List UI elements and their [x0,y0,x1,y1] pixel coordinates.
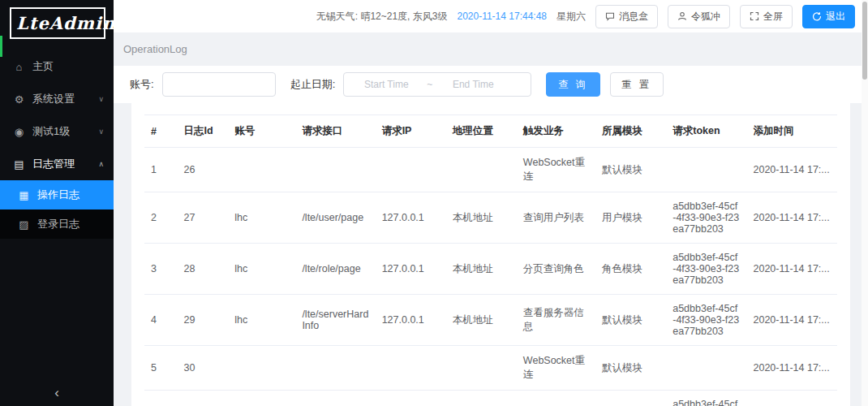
date-range-label: 起止日期: [290,77,336,92]
column-header: # [144,115,178,148]
column-header: 账号 [228,115,295,148]
sidebar-accent [0,36,2,57]
table-cell: 30 [178,346,229,391]
table-row: 530WebSocket重连默认模块2020-11-14 17:... [144,346,837,391]
column-header: 触发业务 [517,115,595,148]
chevron-up-icon: ∧ [98,160,104,168]
table-cell: 默认模块 [595,295,666,346]
table-cell: 26 [178,148,229,192]
table-cell: /lte/role/page [295,244,375,295]
end-time-input[interactable] [436,79,510,90]
table-cell: 2020-11-14 17:... [746,346,837,391]
app-window: LteAdmin ⌂ 主页 ⚙ 系统设置 ∨ ◉ 测试1级 ∨ ▤ 日志管理 ∧… [0,0,868,406]
table-cell [228,346,295,391]
table-cell: 日志模块 [595,391,666,406]
table-row: 328lhc/lte/role/page127.0.0.1本机地址分页查询角色角… [144,244,837,295]
sidebar-subitem-operation-log[interactable]: ▦ 操作日志 [0,180,114,209]
sidebar-subitem-label: 操作日志 [37,188,79,202]
table-cell: lhc [228,295,295,346]
table-cell: 27 [178,192,229,244]
table-cell: 角色模块 [595,244,666,295]
table-cell: 1 [144,148,178,192]
operation-log-table: #日志Id账号请求接口请求IP地理位置触发业务所属模块请求token添加时间 1… [144,114,837,406]
person-icon [677,11,687,21]
table-cell: 6 [144,391,178,406]
table-cell [376,148,446,192]
table-cell: 本机地址 [446,391,517,406]
table-cell: 默认模块 [595,148,666,192]
table-cell: WebSocket重连 [517,346,595,391]
fullscreen-label: 全屏 [763,10,783,24]
table-cell: 分页查询角色 [517,244,595,295]
user-button-label: 令狐冲 [691,10,720,24]
column-header: 请求IP [376,115,446,148]
sidebar-item-log-management[interactable]: ▤ 日志管理 ∧ [0,148,114,180]
sidebar-item-test-level1[interactable]: ◉ 测试1级 ∨ [0,115,114,148]
table-cell: 2020-11-14 17:... [746,148,837,192]
sidebar-item-system-settings[interactable]: ⚙ 系统设置 ∨ [0,83,114,115]
message-icon [605,11,615,21]
column-header: 日志Id [178,115,229,148]
table-cell [228,148,295,192]
user-button[interactable]: 令狐冲 [668,5,730,28]
table-row: 631lhc/lte/operationLogPage127.0.0.1本机地址… [144,391,837,406]
top-header-bar: 无锡天气: 晴12~21度, 东风3级 2020-11-14 17:44:48 … [114,0,868,32]
logout-label: 退出 [826,10,845,24]
table-cell: 本机地址 [446,295,517,346]
logout-button[interactable]: 退出 [802,5,855,28]
table-row: 429lhc/lte/serverHardInfo127.0.0.1本机地址查看… [144,295,837,346]
table-cell: 127.0.0.1 [376,391,446,406]
fullscreen-button[interactable]: 全屏 [740,5,793,28]
vertical-scrollbar[interactable] [862,0,868,406]
table-cell: 用户模块 [595,192,666,244]
sidebar: LteAdmin ⌂ 主页 ⚙ 系统设置 ∨ ◉ 测试1级 ∨ ▤ 日志管理 ∧… [0,0,114,406]
table-cell: 3 [144,244,178,295]
table-cell: /lte/operationLogPage [295,391,375,406]
table-row: 126WebSocket重连默认模块2020-11-14 17:... [144,148,837,192]
table-cell: /lte/user/page [295,192,375,244]
log-submenu: ▦ 操作日志 ▨ 登录日志 [0,180,114,239]
breadcrumb-bar: OperationLog [114,32,868,66]
sidebar-item-home[interactable]: ⌂ 主页 [0,50,114,83]
sidebar-item-label: 日志管理 [32,157,75,171]
sidebar-item-label: 系统设置 [32,92,75,106]
document-icon: ▦ [18,189,30,201]
document-icon: ▨ [18,218,30,231]
search-button[interactable]: 查 询 [546,72,599,97]
filter-bar: 账号: 起止日期: ~ 查 询 重 置 [114,66,868,103]
message-box-button[interactable]: 消息盒 [595,5,658,28]
table-cell: 28 [178,244,229,295]
table-cell [666,148,746,192]
date-range-picker[interactable]: ~ [343,72,531,97]
log-folder-icon: ▤ [13,158,25,171]
table-cell [295,148,375,192]
table-cell: 29 [178,295,229,346]
chevron-down-icon: ∨ [98,95,104,103]
sidebar-item-label: 测试1级 [32,124,70,139]
column-header: 请求token [666,115,746,148]
app-logo: LteAdmin [10,7,105,39]
column-header: 地理位置 [446,115,517,148]
sidebar-subitem-login-log[interactable]: ▨ 登录日志 [0,209,114,239]
scrollbar-thumb[interactable] [862,2,867,80]
table-cell: 2 [144,192,178,244]
table-cell: 127.0.0.1 [376,192,446,244]
sidebar-collapse-button[interactable]: ‹ [0,385,114,401]
table-cell: lhc [228,192,295,244]
table-cell: 查看服务器信息 [517,295,595,346]
table-cell: a5dbb3ef-45cf-4f33-90e3-f23ea77bb203 [666,391,746,406]
main-area: 无锡天气: 晴12~21度, 东风3级 2020-11-14 17:44:48 … [114,0,868,406]
reset-button[interactable]: 重 置 [610,72,664,97]
content-area: #日志Id账号请求接口请求IP地理位置触发业务所属模块请求token添加时间 1… [114,103,868,406]
column-header: 所属模块 [595,115,666,148]
column-header: 请求接口 [295,115,375,148]
sidebar-subitem-label: 登录日志 [37,217,79,231]
table-cell [376,346,446,391]
account-input[interactable] [162,72,276,97]
table-cell: 2020-11-14 17:... [746,244,837,295]
gear-icon: ⚙ [13,93,25,106]
sidebar-item-label: 主页 [32,59,54,74]
table-cell: a5dbb3ef-45cf-4f33-90e3-f23ea77bb203 [666,295,746,346]
operation-log-card: #日志Id账号请求接口请求IP地理位置触发业务所属模块请求token添加时间 1… [131,103,850,406]
start-time-input[interactable] [349,79,423,90]
